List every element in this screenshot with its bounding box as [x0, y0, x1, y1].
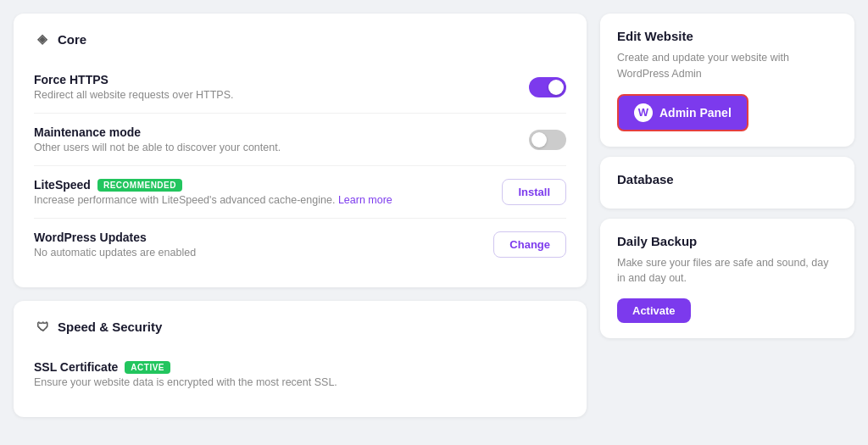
- ssl-certificate-info: SSL Certificate ACTIVE Ensure your websi…: [34, 360, 566, 388]
- ssl-certificate-title: SSL Certificate ACTIVE: [34, 360, 566, 374]
- maintenance-mode-info: Maintenance mode Other users will not be…: [34, 125, 529, 153]
- wordpress-updates-info: WordPress Updates No automatic updates a…: [34, 231, 493, 259]
- ssl-certificate-row: SSL Certificate ACTIVE Ensure your websi…: [34, 348, 566, 400]
- speed-security-header: 🛡 Speed & Security: [34, 318, 566, 335]
- maintenance-mode-toggle[interactable]: [529, 130, 566, 150]
- core-card: ◈ Core Force HTTPS Redirect all website …: [14, 14, 587, 287]
- litespeed-badge: RECOMMENDED: [97, 179, 182, 192]
- wordpress-updates-change-button[interactable]: Change: [493, 231, 566, 258]
- edit-website-desc: Create and update your website with Word…: [617, 50, 837, 82]
- litespeed-info: LiteSpeed RECOMMENDED Increase performan…: [34, 178, 502, 206]
- force-https-info: Force HTTPS Redirect all website request…: [34, 73, 529, 101]
- database-card: Database: [600, 157, 854, 209]
- litespeed-desc: Increase performance with LiteSpeed's ad…: [34, 194, 502, 206]
- admin-panel-label: Admin Panel: [659, 106, 732, 120]
- maintenance-mode-desc: Other users will not be able to discover…: [34, 142, 529, 153]
- wordpress-updates-row: WordPress Updates No automatic updates a…: [34, 219, 566, 270]
- edit-website-card: Edit Website Create and update your webs…: [600, 14, 854, 147]
- database-title: Database: [617, 172, 837, 186]
- daily-backup-card: Daily Backup Make sure your files are sa…: [600, 219, 854, 339]
- litespeed-install-button[interactable]: Install: [502, 179, 566, 205]
- speed-security-title: Speed & Security: [58, 320, 162, 334]
- daily-backup-activate-button[interactable]: Activate: [617, 298, 691, 323]
- litespeed-learn-more-link[interactable]: Learn more: [338, 194, 392, 206]
- litespeed-row: LiteSpeed RECOMMENDED Increase performan…: [34, 166, 566, 219]
- maintenance-mode-row: Maintenance mode Other users will not be…: [34, 114, 566, 166]
- maintenance-mode-title: Maintenance mode: [34, 125, 529, 139]
- force-https-toggle[interactable]: [529, 77, 566, 97]
- ssl-certificate-badge: ACTIVE: [125, 361, 170, 374]
- litespeed-title: LiteSpeed RECOMMENDED: [34, 178, 502, 192]
- edit-website-title: Edit Website: [617, 29, 837, 43]
- ssl-certificate-desc: Ensure your website data is encrypted wi…: [34, 376, 566, 388]
- core-section-header: ◈ Core: [34, 31, 566, 47]
- admin-panel-button[interactable]: W Admin Panel: [617, 94, 748, 131]
- wordpress-updates-desc: No automatic updates are enabled: [34, 247, 493, 259]
- speed-security-card: 🛡 Speed & Security SSL Certificate ACTIV…: [14, 301, 587, 417]
- wordpress-updates-title: WordPress Updates: [34, 231, 493, 244]
- wordpress-logo-icon: W: [634, 103, 653, 122]
- speed-security-icon: 🛡: [34, 318, 51, 335]
- force-https-desc: Redirect all website requests over HTTPS…: [34, 89, 529, 101]
- core-title: Core: [58, 32, 86, 47]
- force-https-title: Force HTTPS: [34, 73, 529, 86]
- daily-backup-title: Daily Backup: [617, 234, 837, 248]
- force-https-row: Force HTTPS Redirect all website request…: [34, 61, 566, 114]
- daily-backup-desc: Make sure your files are safe and sound,…: [617, 255, 837, 287]
- core-icon: ◈: [34, 31, 51, 47]
